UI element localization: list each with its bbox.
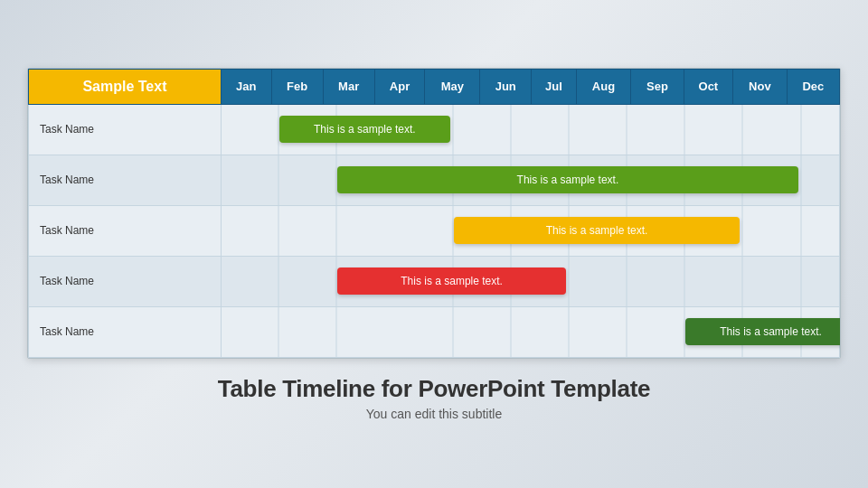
col-jul: Jul xyxy=(532,69,576,104)
footer-subtitle: You can edit this subtitle xyxy=(218,407,650,421)
task-name-cell: Task Name xyxy=(29,205,222,256)
col-aug: Aug xyxy=(576,69,631,104)
gantt-bar: This is a sample text. xyxy=(337,166,797,193)
gantt-bar: This is a sample text. xyxy=(685,318,841,345)
col-feb: Feb xyxy=(271,69,323,104)
task-name-cell: Task Name xyxy=(29,256,222,306)
col-jun: Jun xyxy=(480,69,532,104)
table-row: Task NameThis is a sample text. xyxy=(29,205,840,256)
task-name-cell: Task Name xyxy=(29,104,222,155)
col-apr: Apr xyxy=(374,69,425,104)
table-row: Task NameThis is a sample text. xyxy=(29,306,840,357)
task-name-cell: Task Name xyxy=(29,155,222,205)
col-may: May xyxy=(425,69,480,104)
bar-container-cell: This is a sample text. xyxy=(221,256,839,306)
table-row: Task NameThis is a sample text. xyxy=(29,104,840,155)
col-dec: Dec xyxy=(787,69,839,104)
header-title: Sample Text xyxy=(29,69,222,104)
bar-container-cell: This is a sample text. xyxy=(221,205,839,256)
col-nov: Nov xyxy=(733,69,788,104)
task-name-cell: Task Name xyxy=(29,306,222,357)
table-row: Task NameThis is a sample text. xyxy=(29,155,840,205)
gantt-container: Sample Text Jan Feb Mar Apr May Jun Jul … xyxy=(27,68,841,359)
col-sep: Sep xyxy=(631,69,684,104)
col-jan: Jan xyxy=(221,69,271,104)
gantt-table: Sample Text Jan Feb Mar Apr May Jun Jul … xyxy=(28,69,840,358)
bar-container-cell: This is a sample text. xyxy=(221,155,839,205)
footer-section: Table Timeline for PowerPoint Template Y… xyxy=(218,375,650,421)
header-row: Sample Text Jan Feb Mar Apr May Jun Jul … xyxy=(29,69,840,104)
bar-container-cell: This is a sample text. xyxy=(221,104,839,155)
bar-container-cell: This is a sample text. xyxy=(221,306,839,357)
col-mar: Mar xyxy=(323,69,374,104)
gantt-bar: This is a sample text. xyxy=(279,116,450,143)
gantt-bar: This is a sample text. xyxy=(454,217,741,244)
gantt-bar: This is a sample text. xyxy=(337,267,566,295)
col-oct: Oct xyxy=(684,69,732,104)
table-row: Task NameThis is a sample text. xyxy=(29,256,840,306)
footer-title: Table Timeline for PowerPoint Template xyxy=(218,375,650,403)
